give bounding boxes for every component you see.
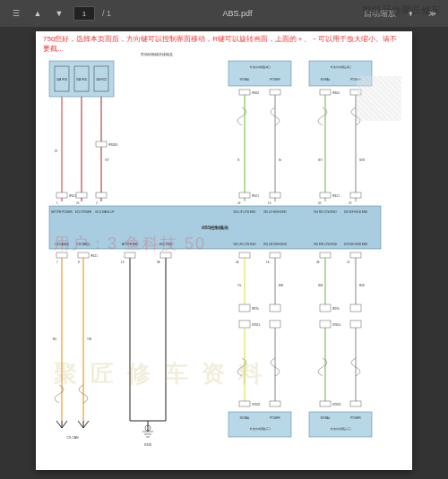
svg-text:SIGNAL: SIGNAL	[320, 416, 330, 420]
svg-rect-104	[320, 304, 331, 312]
svg-text:SIGNAL: SIGNAL	[320, 78, 330, 81]
svg-text:IP07k: IP07k	[252, 307, 259, 311]
svg-rect-112	[350, 321, 361, 328]
svg-text:WS R/R LOW END: WS R/R LOW END	[314, 243, 338, 246]
svg-text:R/W: R/W	[359, 284, 365, 287]
svg-text:G/Y: G/Y	[318, 158, 323, 162]
svg-text:IP421: IP421	[90, 254, 98, 258]
page-input[interactable]	[73, 6, 95, 21]
svg-text:SO032: SO032	[332, 403, 341, 406]
svg-text:25: 25	[76, 201, 80, 205]
svg-rect-107	[239, 321, 250, 328]
svg-text:8: 8	[78, 261, 80, 264]
svg-text:WS L/R LOW END: WS L/R LOW END	[233, 243, 256, 246]
svg-text:22: 22	[349, 201, 352, 205]
svg-text:WS L/F LOW END: WS L/F LOW END	[234, 210, 257, 214]
page-total: / 1	[102, 9, 111, 18]
svg-text:CS CAN: CS CAN	[66, 436, 79, 440]
svg-text:ABS控制模块: ABS控制模块	[202, 225, 229, 230]
svg-rect-122	[350, 401, 361, 406]
svg-text:B/R: B/R	[279, 284, 284, 287]
svg-text:W: W	[55, 150, 57, 153]
svg-rect-101	[239, 304, 250, 312]
svg-text:45: 45	[318, 201, 322, 205]
svg-text:WS L/F HIGH END: WS L/F HIGH END	[263, 210, 287, 214]
prev-page-icon[interactable]: ▲	[30, 6, 45, 21]
svg-rect-81	[320, 252, 331, 258]
svg-text:13: 13	[121, 261, 125, 264]
svg-text:WS L/R HIGH END: WS L/R HIGH END	[263, 243, 288, 246]
svg-text:IP421: IP421	[69, 194, 76, 198]
svg-text:R/L: R/L	[53, 338, 57, 341]
svg-text:SO01k: SO01k	[332, 323, 341, 327]
svg-text:轮速传感器(左后): 轮速传感器(左后)	[250, 427, 271, 431]
svg-text:19: 19	[268, 201, 271, 205]
svg-text:轮速传感器(右后): 轮速传感器(右后)	[331, 427, 351, 431]
svg-rect-119	[270, 401, 280, 406]
svg-rect-109	[270, 321, 280, 328]
svg-rect-22	[96, 141, 107, 147]
svg-text:IP421: IP421	[332, 194, 340, 198]
svg-rect-106	[350, 304, 361, 312]
svg-rect-13	[239, 90, 250, 95]
svg-rect-39	[239, 192, 250, 198]
svg-text:Y/L: Y/L	[237, 284, 242, 287]
svg-rect-42	[320, 192, 331, 198]
svg-text:G/W: G/W	[359, 158, 365, 162]
svg-text:ECU POWER: ECU POWER	[75, 210, 92, 214]
svg-text:SO01k: SO01k	[252, 323, 261, 327]
svg-text:16: 16	[266, 261, 270, 264]
svg-rect-15	[270, 90, 280, 95]
svg-rect-41	[270, 192, 280, 198]
svg-text:G/B: G/B	[318, 284, 323, 287]
svg-text:30A IF05: 30A IF05	[76, 78, 87, 81]
svg-rect-77	[239, 252, 250, 258]
svg-text:MOTOR POWER: MOTOR POWER	[51, 210, 73, 214]
svg-text:46: 46	[316, 261, 320, 264]
svg-text:2: 2	[96, 201, 98, 205]
svg-rect-79	[270, 252, 280, 258]
svg-text:7: 7	[56, 261, 58, 264]
svg-text:G: G	[237, 158, 240, 162]
qr-code	[357, 76, 401, 121]
source-watermark: 搜狐号@聚匠修车	[362, 4, 441, 17]
svg-text:40A IF03: 40A IF03	[56, 78, 67, 81]
svg-text:IPS333: IPS333	[108, 143, 117, 147]
svg-text:38: 38	[157, 261, 160, 264]
svg-text:G105: G105	[144, 443, 152, 447]
svg-text:Gr: Gr	[279, 158, 281, 162]
next-page-icon[interactable]: ▼	[52, 6, 66, 21]
svg-text:SIGNAL: SIGNAL	[239, 416, 249, 420]
svg-rect-110	[320, 321, 331, 328]
svg-text:21: 21	[347, 261, 350, 264]
svg-text:ECU WAKE UP: ECU WAKE UP	[96, 210, 115, 214]
svg-rect-38	[96, 192, 107, 198]
svg-text:IP404: IP404	[252, 91, 259, 95]
svg-text:POWER: POWER	[270, 416, 280, 420]
wiring-diagram: 发动机舱线束接线盒 40A IF03 30A IF05 5A IF022 轮速传…	[40, 45, 408, 466]
svg-rect-103	[270, 304, 280, 312]
svg-text:1: 1	[56, 201, 58, 205]
svg-rect-37	[76, 192, 87, 198]
menu-icon[interactable]: ☰	[9, 6, 23, 21]
svg-text:IP404: IP404	[332, 91, 340, 95]
svg-text:5A IF022: 5A IF022	[96, 78, 107, 81]
svg-text:WS R/F HIGH END: WS R/F HIGH END	[344, 210, 368, 214]
svg-text:SO031: SO031	[252, 403, 261, 406]
svg-text:轮速传感器(右前): 轮速传感器(右前)	[331, 65, 351, 69]
svg-text:42: 42	[237, 201, 241, 205]
svg-text:POWER: POWER	[350, 416, 361, 420]
svg-text:轮速传感器(左前): 轮速传感器(左前)	[250, 65, 271, 69]
help-text: 750您好，选择本页面后，方向键可以控制界面移动，R键可以旋转画面，上面的＋、－…	[43, 34, 401, 54]
svg-text:V/Y: V/Y	[105, 158, 109, 162]
svg-rect-83	[350, 252, 361, 258]
svg-text:WS R/R HIGH END: WS R/R HIGH END	[344, 243, 368, 246]
sensor-rr	[309, 412, 372, 437]
svg-text:IP421: IP421	[252, 194, 259, 198]
svg-rect-44	[350, 192, 361, 198]
user-watermark: 用户：3 鱼科技 50	[54, 233, 206, 254]
svg-text:43: 43	[236, 261, 239, 264]
logo-watermark: 聚 匠 修 车 资 料	[54, 358, 265, 389]
pdf-viewer: 搜狐号@聚匠修车 ☰ ▲ ▼ / 1 ABS.pdf 自动缩放 ▾ ≫ 750您…	[0, 0, 448, 479]
svg-text:WS R/F LOW END: WS R/F LOW END	[314, 210, 337, 214]
